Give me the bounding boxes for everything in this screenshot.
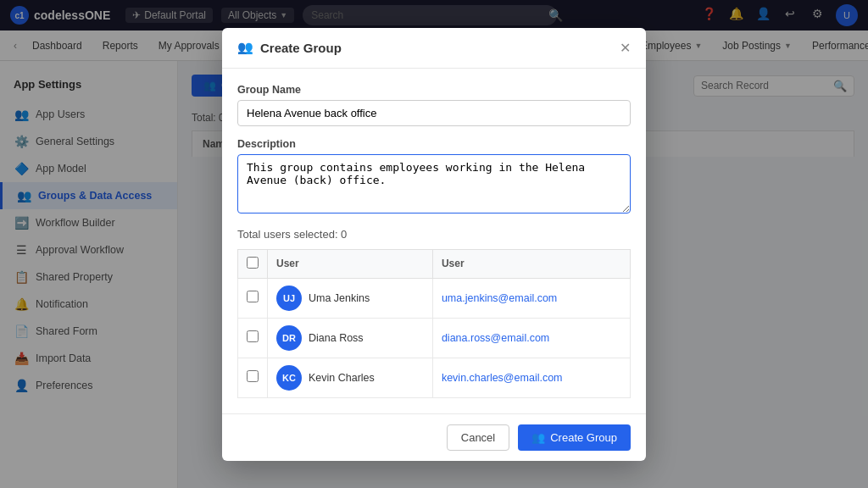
- modal-close-button[interactable]: ✕: [620, 40, 631, 56]
- modal-overlay: 👥 Create Group ✕ Group Name Description …: [0, 0, 868, 488]
- create-group-icon: 👥: [531, 431, 545, 444]
- modal-title-text: Create Group: [260, 41, 342, 55]
- row2-email-cell: diana.ross@email.com: [432, 318, 630, 358]
- description-textarea[interactable]: This group contains employees working in…: [237, 154, 631, 214]
- main-content: 👥 Create 🔍 Total: 0 Name 👥 Create Group: [178, 61, 868, 488]
- user1-checkbox[interactable]: [247, 291, 259, 302]
- user2-email[interactable]: diana.ross@email.com: [442, 332, 549, 344]
- user3-email[interactable]: kevin.charles@email.com: [442, 372, 563, 384]
- row1-email-cell: uma.jenkins@email.com: [432, 278, 630, 318]
- group-name-label: Group Name: [237, 84, 631, 96]
- user3-checkbox[interactable]: [247, 370, 259, 382]
- group-name-input[interactable]: [237, 100, 631, 126]
- create-group-submit-button[interactable]: 👥 Create Group: [518, 424, 631, 451]
- row3-name-cell: KC Kevin Charles: [268, 358, 433, 397]
- user1-avatar: UJ: [276, 286, 302, 311]
- user1-email[interactable]: uma.jenkins@email.com: [442, 292, 557, 304]
- row3-email-cell: kevin.charles@email.com: [432, 358, 630, 397]
- select-all-checkbox[interactable]: [247, 257, 259, 269]
- row2-checkbox-cell: [238, 318, 268, 358]
- cancel-button[interactable]: Cancel: [447, 424, 509, 451]
- users-table: User User UJ Uma Jenkins: [237, 249, 631, 398]
- user2-avatar: DR: [276, 325, 302, 351]
- user2-checkbox[interactable]: [247, 330, 259, 342]
- row2-name-cell: DR Diana Ross: [268, 318, 433, 358]
- modal-header: 👥 Create Group ✕: [222, 28, 646, 69]
- description-label: Description: [237, 138, 631, 150]
- table-row: KC Kevin Charles kevin.charles@email.com: [238, 358, 631, 397]
- modal-title: 👥 Create Group: [237, 40, 342, 55]
- table-row: UJ Uma Jenkins uma.jenkins@email.com: [238, 278, 631, 318]
- modal-footer: Cancel 👥 Create Group: [222, 413, 646, 461]
- main-layout: App Settings 👥 App Users ⚙️ General Sett…: [0, 61, 868, 488]
- group-name-field: Group Name: [237, 84, 631, 126]
- row3-checkbox-cell: [238, 358, 268, 397]
- user2-name: Diana Ross: [309, 332, 364, 344]
- user-col-header-1: User: [268, 249, 433, 278]
- user3-avatar: KC: [276, 365, 302, 391]
- user-col-header-2: User: [432, 249, 630, 278]
- select-all-header: [238, 249, 268, 278]
- create-group-modal: 👥 Create Group ✕ Group Name Description …: [222, 28, 646, 461]
- table-row: DR Diana Ross diana.ross@email.com: [238, 318, 631, 358]
- total-users-selected: Total users selected: 0: [237, 228, 631, 241]
- description-field: Description This group contains employee…: [237, 138, 631, 216]
- modal-title-icon: 👥: [237, 40, 253, 55]
- row1-checkbox-cell: [238, 278, 268, 318]
- modal-body: Group Name Description This group contai…: [222, 69, 646, 413]
- create-group-label: Create Group: [550, 431, 617, 444]
- user1-name: Uma Jenkins: [309, 292, 370, 304]
- user3-name: Kevin Charles: [309, 372, 375, 384]
- row1-name-cell: UJ Uma Jenkins: [268, 278, 433, 318]
